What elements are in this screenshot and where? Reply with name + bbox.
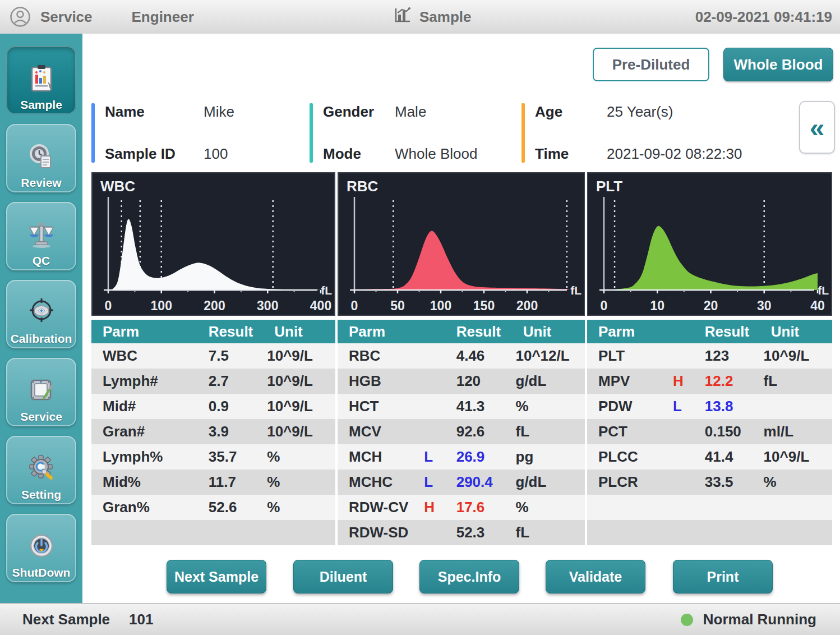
- result-cell: 7.5: [209, 347, 267, 365]
- table-row: RDW-SD52.3fL: [338, 520, 585, 545]
- user-role-label: Engineer: [132, 8, 194, 26]
- wbc-histogram-title: WBC: [100, 178, 135, 195]
- unit-cell: %: [764, 473, 832, 491]
- patient-info-group: Age25 Year(s) Time2021-09-02 08:22:30: [521, 100, 742, 166]
- whole-blood-button[interactable]: Whole Blood: [723, 48, 833, 81]
- table-row: MCV92.6fL: [338, 419, 585, 444]
- parm-cell: RBC: [338, 347, 424, 365]
- unit-cell: 10^9/L: [267, 423, 335, 440]
- parm-cell: Gran#: [91, 423, 177, 440]
- svg-text:20: 20: [704, 298, 718, 313]
- accent-bar: [91, 103, 95, 163]
- sidebar-item-label: QC: [33, 254, 50, 268]
- svg-text:50: 50: [390, 298, 405, 313]
- table-row: MCHL26.9pg: [338, 444, 585, 470]
- qc-icon: [25, 218, 58, 254]
- sidebar-item-label: Calibration: [11, 332, 72, 346]
- user-name-label: Service: [40, 8, 93, 26]
- parm-cell: MCV: [338, 423, 424, 440]
- table-row: Gran%52.6%: [91, 495, 335, 520]
- parm-cell: MCH: [338, 448, 424, 466]
- diluent-button[interactable]: Diluent: [293, 560, 393, 593]
- unit-cell: %: [267, 448, 335, 466]
- table-row: [587, 495, 832, 520]
- parm-cell: RDW-SD: [338, 524, 424, 541]
- unit-cell: %: [516, 499, 585, 516]
- age-value: 25 Year(s): [607, 103, 673, 121]
- table-row: RDW-CVH17.6%: [338, 495, 585, 520]
- sidebar-item-setting[interactable]: Setting: [6, 436, 76, 504]
- table-row: RBC4.4610^12/L: [338, 343, 585, 369]
- flag-cell: L: [673, 398, 705, 415]
- sidebar-item-sample[interactable]: Sample: [6, 46, 76, 114]
- result-cell: 12.2: [705, 372, 764, 390]
- svg-text:200: 200: [516, 298, 538, 313]
- table-row: Gran#3.910^9/L: [91, 419, 335, 444]
- result-cell: 33.5: [705, 473, 764, 491]
- collapse-panel-button[interactable]: «: [799, 101, 835, 154]
- sidebar-item-qc[interactable]: QC: [6, 202, 76, 270]
- result-cell: 3.9: [209, 423, 267, 440]
- sidebar-item-label: ShutDown: [12, 566, 71, 579]
- status-text: Normal Running: [703, 611, 816, 628]
- column-header: Result: [456, 323, 523, 340]
- shutdown-icon: [25, 530, 58, 566]
- setting-icon: [25, 452, 58, 488]
- flag-cell: H: [424, 499, 456, 516]
- gender-label: Gender: [323, 103, 395, 121]
- plt-results-table: ParmResultUnitPLT12310^9/LMPVH12.2fLPDWL…: [587, 320, 832, 545]
- result-cell: 0.150: [705, 423, 764, 440]
- table-row: [587, 520, 832, 545]
- table-row: PDWL13.8: [587, 394, 832, 419]
- rbc-results-table: ParmResultUnitRBC4.4610^12/LHGB120g/dLHC…: [338, 320, 585, 545]
- parm-cell: Lymph#: [91, 372, 177, 390]
- sample-id-label: Sample ID: [105, 145, 204, 163]
- wbc-histogram: WBC 0100200300400fL: [91, 172, 335, 316]
- svg-text:0: 0: [351, 298, 358, 313]
- status-bar: Next Sample 101 Normal Running: [0, 603, 840, 635]
- print-button[interactable]: Print: [673, 560, 773, 593]
- parm-cell: PDW: [587, 398, 673, 415]
- sidebar-item-label: Sample: [20, 98, 62, 112]
- flag-cell: H: [673, 372, 705, 390]
- patient-info-group: NameMike Sample ID100: [91, 100, 234, 166]
- name-value: Mike: [204, 103, 234, 121]
- next-sample-button[interactable]: Next Sample: [167, 560, 266, 593]
- unit-cell: 10^9/L: [267, 347, 335, 365]
- gender-value: Male: [395, 103, 426, 121]
- sidebar-item-review[interactable]: Review: [6, 124, 76, 192]
- unit-cell: %: [267, 499, 335, 516]
- result-cell: 4.46: [456, 347, 516, 365]
- svg-text:0: 0: [105, 298, 112, 313]
- spec-info-button[interactable]: Spec.Info: [419, 560, 519, 593]
- table-header: ParmResultUnit: [338, 320, 585, 343]
- table-row: Lymph%35.7%: [91, 444, 335, 470]
- plt-histogram-title: PLT: [596, 178, 622, 195]
- unit-cell: fL: [516, 524, 585, 541]
- table-row: WBC7.510^9/L: [91, 343, 335, 369]
- parm-cell: RDW-CV: [338, 499, 424, 516]
- unit-cell: fL: [764, 372, 832, 390]
- pre-diluted-button[interactable]: Pre-Diluted: [593, 48, 709, 81]
- parm-cell: PLCR: [587, 473, 673, 491]
- chevron-left-double-icon: «: [810, 112, 825, 143]
- table-row: MCHCL290.4g/dL: [338, 470, 585, 495]
- result-cell: 41.4: [705, 448, 764, 466]
- table-row: PCT0.150ml/L: [587, 419, 832, 444]
- calibration-icon: [25, 296, 58, 332]
- unit-cell: 10^9/L: [267, 398, 335, 415]
- sample-id-value: 100: [204, 145, 228, 163]
- svg-text:10: 10: [650, 298, 664, 313]
- validate-button[interactable]: Validate: [546, 560, 645, 593]
- sidebar-item-calibration[interactable]: Calibration: [6, 280, 76, 348]
- table-header: ParmResultUnit: [587, 320, 832, 343]
- table-header: ParmResultUnit: [91, 320, 335, 343]
- result-cell: 17.6: [456, 499, 516, 516]
- time-value: 2021-09-02 08:22:30: [607, 145, 742, 163]
- parm-cell: MPV: [587, 372, 673, 390]
- patient-info-group: GenderMale ModeWhole Blood: [310, 100, 477, 166]
- review-icon: [25, 140, 58, 176]
- sidebar-item-shutdown[interactable]: ShutDown: [6, 514, 76, 582]
- sidebar-item-service[interactable]: Service: [6, 358, 76, 426]
- unit-cell: 10^9/L: [764, 347, 832, 365]
